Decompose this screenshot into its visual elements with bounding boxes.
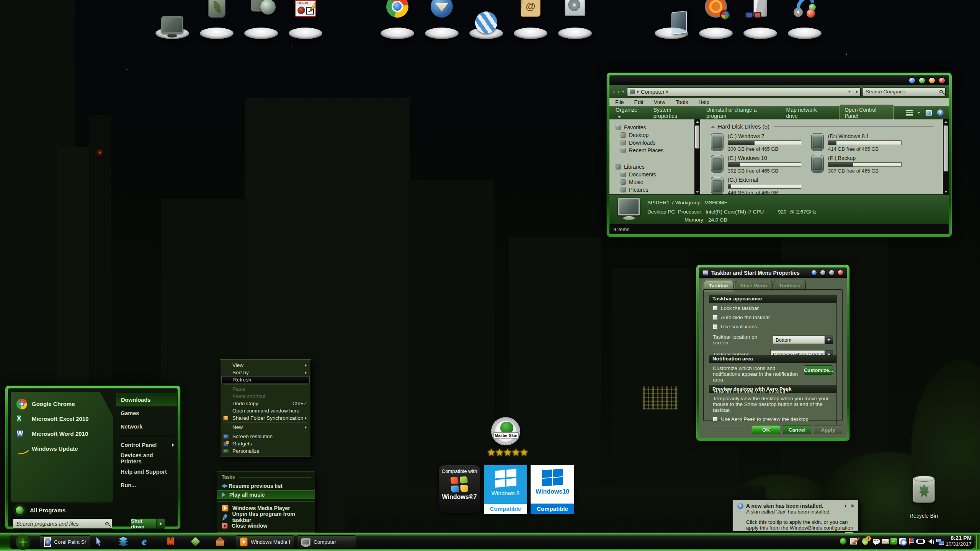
breadcrumb[interactable]: Computer xyxy=(627,87,861,96)
shutdown-options-arrow[interactable] xyxy=(157,518,165,529)
recycle-bin-icon[interactable] xyxy=(913,477,935,503)
dock-item-objectdock[interactable] xyxy=(782,2,827,40)
dock-item-settings[interactable] xyxy=(553,2,597,40)
dock-item-google-earth[interactable] xyxy=(464,2,508,40)
windows7-badge[interactable]: Compatible with Windows®7 xyxy=(439,465,480,514)
start-right-downloads[interactable]: Downloads xyxy=(116,393,177,406)
autohide-checkbox[interactable] xyxy=(713,315,718,320)
maximize-button[interactable] xyxy=(820,270,826,276)
taskbar-icon-fences[interactable] xyxy=(118,537,128,547)
lock-taskbar-checkbox[interactable] xyxy=(713,306,718,311)
taskbar-clock[interactable]: 8:21 PM 10/31/2017 xyxy=(946,535,972,547)
windows10-badge[interactable]: Windows10 Compatible xyxy=(531,465,574,514)
ctx-personalize[interactable]: Personalize xyxy=(220,447,310,455)
maximize-button[interactable] xyxy=(919,77,925,84)
dock-item-chrome[interactable] xyxy=(375,2,420,40)
collapse-icon[interactable] xyxy=(711,126,715,128)
minimize-button[interactable] xyxy=(909,77,915,84)
minimize-button[interactable] xyxy=(811,270,817,276)
autohide-taskbar-row[interactable]: Auto-hide the taskbar xyxy=(713,315,833,320)
ctx-new[interactable]: New xyxy=(220,424,310,431)
content-scrollbar[interactable] xyxy=(943,119,949,194)
views-button[interactable] xyxy=(906,110,920,116)
scroll-up-icon[interactable] xyxy=(696,121,699,123)
nav-item-desktop[interactable]: Desktop xyxy=(616,131,694,139)
tray-updater[interactable]: 1 xyxy=(862,538,868,545)
masterskin-badge[interactable]: Master Skin xyxy=(491,417,520,445)
apply-button[interactable]: Apply xyxy=(814,425,842,434)
dock-item-contacts[interactable]: @ xyxy=(508,2,553,40)
nav-pane-scrollbar[interactable] xyxy=(694,119,700,194)
drive-f[interactable]: (F:) Backup 307 GB free of 465 GB xyxy=(811,155,911,177)
tray-volume[interactable] xyxy=(928,539,932,544)
windows8-badge[interactable]: Windows 8 Compatible xyxy=(484,465,527,514)
ctx-view[interactable]: View xyxy=(220,362,310,369)
tooltip-info-button[interactable]: i xyxy=(845,503,846,509)
drive-e[interactable]: (E:) Windows 10 392 GB free of 465 GB xyxy=(711,155,811,177)
menu-edit[interactable]: Edit xyxy=(634,99,644,105)
start-item-excel[interactable]: X Microsoft Excel 2010 xyxy=(11,411,113,426)
tray-antivirus[interactable]: ✓ xyxy=(890,538,897,544)
tray-windowblinds-orb[interactable] xyxy=(840,538,847,545)
system-properties-button[interactable]: System properties xyxy=(653,107,694,119)
taskbar-icon-internet-explorer[interactable]: e xyxy=(142,537,152,547)
start-search-box[interactable] xyxy=(13,518,112,529)
start-button[interactable] xyxy=(15,535,31,550)
refresh-button[interactable] xyxy=(856,90,858,93)
nav-item-music[interactable]: Music xyxy=(616,178,694,186)
drive-c[interactable]: (C:) Windows 7 300 GB free of 465 GB xyxy=(711,133,811,155)
open-control-panel-button[interactable]: Open Control Panel xyxy=(840,104,894,121)
start-search-input[interactable] xyxy=(16,521,105,527)
taskbar-icon-money[interactable] xyxy=(191,537,201,547)
start-right-devices[interactable]: Devices and Printers xyxy=(116,452,177,465)
tooltip-close-button[interactable]: × xyxy=(851,503,854,509)
ok-button[interactable]: OK xyxy=(752,425,780,434)
restore-button[interactable] xyxy=(929,77,935,84)
dock-item-network[interactable] xyxy=(239,2,283,40)
dock-item-media-wheel[interactable] xyxy=(694,2,738,40)
tray-disc[interactable] xyxy=(899,538,906,544)
menu-help[interactable]: Help xyxy=(698,99,709,105)
tray-display[interactable] xyxy=(936,539,941,542)
back-button[interactable]: ‹ xyxy=(613,88,615,95)
skin-installed-tooltip[interactable]: i A new skin has been installed. i × A s… xyxy=(732,499,859,532)
nav-item-pictures[interactable]: Pictures xyxy=(616,186,694,194)
menu-view[interactable]: View xyxy=(654,99,665,105)
tray-messenger[interactable] xyxy=(873,539,880,544)
start-right-help[interactable]: Help and Support xyxy=(116,465,177,478)
help-link[interactable]: How do I customize the taskbar? xyxy=(714,389,789,395)
nav-item-documents[interactable]: Documents xyxy=(616,171,694,178)
help-icon[interactable]: ? xyxy=(937,109,944,116)
forward-button[interactable]: › xyxy=(617,88,620,95)
search-box[interactable] xyxy=(863,87,946,96)
location-select[interactable]: Bottom xyxy=(773,336,833,344)
uninstall-button[interactable]: Uninstall or change a program xyxy=(706,107,774,119)
scroll-up-icon[interactable] xyxy=(944,121,947,123)
dock-item-pc[interactable] xyxy=(738,2,782,40)
close-button[interactable] xyxy=(838,270,843,276)
lock-taskbar-row[interactable]: Lock the taskbar xyxy=(713,305,833,311)
dock-item-computer[interactable] xyxy=(150,2,194,40)
start-item-chrome[interactable]: Google Chrome xyxy=(11,396,113,411)
help-button[interactable] xyxy=(829,270,835,276)
cancel-button[interactable]: Cancel xyxy=(783,425,811,434)
organize-button[interactable]: Organize xyxy=(616,107,641,119)
address-dropdown[interactable] xyxy=(848,91,851,93)
tray-action-center[interactable] xyxy=(908,538,915,544)
small-icons-checkbox[interactable] xyxy=(713,324,718,329)
menu-file[interactable]: File xyxy=(615,99,624,105)
ctx-refresh[interactable]: Refresh xyxy=(221,376,310,383)
nav-item-downloads[interactable]: Downloads xyxy=(616,139,694,147)
breadcrumb-root[interactable]: Computer xyxy=(641,89,664,95)
nav-favorites[interactable]: Favorites xyxy=(616,124,694,131)
scrollbar-thumb[interactable] xyxy=(944,126,948,171)
dock-item-gallery[interactable] xyxy=(194,2,239,40)
dock-item-skinstudio[interactable]: SkinStudio File Edit ✓ xyxy=(283,2,328,40)
taskbar-icon-media[interactable]: M xyxy=(167,537,177,547)
start-item-windows-update[interactable]: Windows Update xyxy=(11,441,113,456)
tray-skin-editor[interactable] xyxy=(850,538,857,544)
show-desktop-button[interactable] xyxy=(976,535,980,549)
ctx-gadgets[interactable]: Gadgets xyxy=(220,440,310,447)
taskbar-icon-cursorfx[interactable] xyxy=(95,537,105,547)
aero-peek-checkbox[interactable] xyxy=(713,417,718,422)
